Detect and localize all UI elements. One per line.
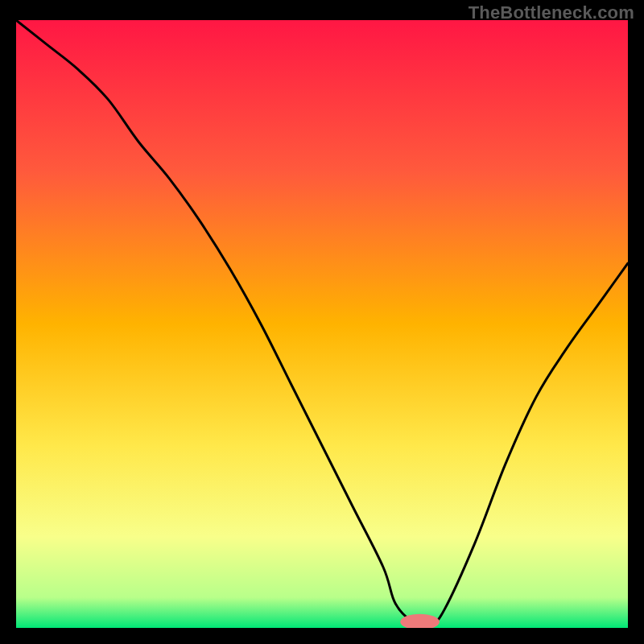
chart-svg (16, 20, 628, 628)
plot-background (16, 20, 628, 628)
plot-area (16, 20, 628, 628)
watermark-text: TheBottleneck.com (469, 2, 634, 23)
chart-frame: TheBottleneck.com (0, 0, 644, 644)
